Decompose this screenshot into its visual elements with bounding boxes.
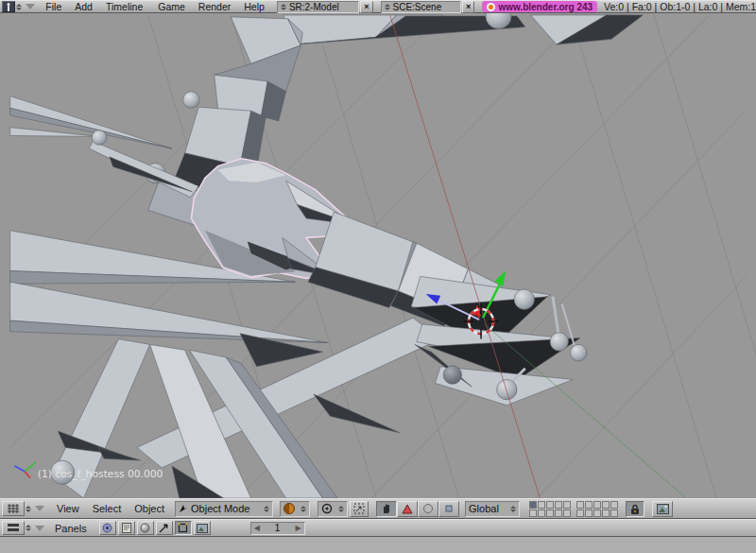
shading-icon: [140, 523, 150, 533]
scene-selector[interactable]: SCE:Scene: [381, 1, 461, 13]
menu-render[interactable]: Render: [196, 1, 233, 12]
rotate-manipulator-button[interactable]: [418, 501, 438, 517]
manipulator-widget-icon: [353, 503, 365, 514]
menu-file[interactable]: File: [43, 1, 64, 12]
menu-add[interactable]: Add: [72, 1, 95, 12]
blender-app-icon: [5, 3, 12, 11]
context-button-group: [99, 521, 211, 535]
layer-toggle[interactable]: [546, 510, 554, 517]
web-link-label: www.blender.org 243: [498, 2, 593, 12]
object-context-button[interactable]: [156, 521, 173, 535]
mode-selector-stepper[interactable]: [264, 506, 269, 512]
script-icon: [122, 523, 131, 533]
editor-type-button[interactable]: [2, 501, 25, 516]
panels-label[interactable]: Panels: [52, 523, 90, 534]
script-context-button[interactable]: [118, 521, 135, 535]
layer-toggle[interactable]: [593, 501, 601, 509]
hand-tool-button[interactable]: [376, 501, 397, 517]
orientation-selector[interactable]: Global: [465, 501, 520, 517]
menu-game[interactable]: Game: [155, 1, 188, 12]
window-type-stepper[interactable]: [16, 4, 22, 10]
mode-selector-value: Object Mode: [191, 503, 249, 514]
lock-layers-button[interactable]: [626, 501, 644, 517]
image-icon: [657, 504, 669, 514]
layer-toggle[interactable]: [576, 510, 584, 517]
layer-toggle[interactable]: [563, 510, 571, 517]
layer-toggle[interactable]: [546, 501, 554, 509]
layer-toggle[interactable]: [538, 510, 545, 517]
frame-next-icon[interactable]: ▶: [295, 524, 301, 532]
layer-toggle[interactable]: [555, 510, 562, 517]
layer-block-left: [529, 501, 571, 517]
header-collapse-icon[interactable]: [26, 4, 35, 9]
frame-number-field[interactable]: ◀ 1 ▶: [250, 522, 305, 535]
layer-toggle[interactable]: [576, 501, 584, 509]
scene-close-button[interactable]: ×: [462, 1, 474, 13]
shading-context-button[interactable]: [137, 521, 154, 535]
layer-toggle[interactable]: [602, 501, 610, 509]
frame-number-value: 1: [275, 523, 281, 533]
menu-help[interactable]: Help: [241, 1, 267, 12]
lock-icon: [630, 504, 640, 514]
viewport-info-text: (1) cos_f_hostess 00.000: [38, 468, 163, 480]
buttons-window-content: ◀ Weight 1.000 ▶ New Delete UVTex ×: [0, 537, 756, 553]
menu-select[interactable]: Select: [90, 503, 125, 514]
pivot-selector[interactable]: [318, 501, 348, 517]
layer-toggle[interactable]: [585, 501, 593, 509]
blender-window: (1) cos_f_hostess 00.000 File Add Timeli…: [0, 0, 756, 553]
circle-icon: [422, 503, 434, 514]
layer-toggle[interactable]: [529, 501, 537, 509]
layer-toggle[interactable]: [593, 510, 601, 517]
scene-selector-stepper[interactable]: [385, 4, 390, 10]
orientation-stepper[interactable]: [510, 506, 516, 512]
layer-toggle[interactable]: [563, 501, 571, 509]
manipulator-mode-group: [376, 501, 459, 517]
draw-type-stepper[interactable]: [301, 506, 306, 512]
hand-icon: [381, 503, 392, 514]
frame-prev-icon[interactable]: ◀: [254, 524, 260, 532]
layer-toggle[interactable]: [602, 510, 610, 517]
buttons-editor-type-button[interactable]: [2, 521, 25, 535]
buttons-header-collapse-icon[interactable]: [35, 526, 44, 531]
scene-context-button[interactable]: [194, 521, 211, 535]
view3d-header: View Select Object Object Mode: [0, 498, 756, 519]
mode-selector[interactable]: Object Mode: [175, 501, 273, 517]
draw-type-sphere-icon: [284, 503, 295, 514]
menu-view[interactable]: View: [54, 503, 82, 514]
blender-logo-icon: [487, 3, 495, 11]
logic-icon: [102, 523, 112, 533]
scale-manipulator-button[interactable]: [438, 501, 459, 517]
menu-timeline[interactable]: Timeline: [103, 1, 146, 12]
render-preview-button[interactable]: [652, 501, 673, 517]
red-triangle-icon: [402, 504, 413, 514]
menu-object[interactable]: Object: [131, 503, 167, 514]
layer-buttons: [529, 501, 618, 517]
layer-toggle[interactable]: [610, 501, 618, 509]
pivot-stepper[interactable]: [338, 506, 344, 512]
logic-context-button[interactable]: [99, 521, 116, 535]
screen-selector-stepper[interactable]: [281, 4, 286, 10]
pivot-point-icon: [321, 503, 333, 514]
layer-toggle[interactable]: [538, 501, 545, 509]
layer-toggle[interactable]: [610, 510, 618, 517]
layer-toggle[interactable]: [529, 510, 537, 517]
window-type-button[interactable]: [2, 1, 15, 12]
manipulator-toggle-button[interactable]: [350, 501, 369, 517]
translate-manipulator-button[interactable]: [397, 501, 418, 517]
screen-selector[interactable]: SR:2-Model: [277, 1, 359, 13]
layer-toggle[interactable]: [585, 510, 593, 517]
view-header-collapse-icon[interactable]: [35, 506, 44, 511]
draw-type-selector[interactable]: [280, 501, 310, 517]
scene-icon: [197, 524, 208, 533]
orientation-value: Global: [469, 503, 499, 514]
buttons-editor-icon: [8, 524, 19, 532]
editor-type-stepper[interactable]: [26, 506, 31, 512]
scene-stats: Ve:0 | Fa:0 | Ob:1-0 | La:0 | Mem:1: [604, 1, 756, 12]
editing-context-button[interactable]: [175, 521, 192, 535]
editing-icon: [178, 523, 188, 533]
screen-close-button[interactable]: ×: [360, 1, 372, 13]
buttons-editor-stepper[interactable]: [26, 525, 31, 531]
viewport-3d[interactable]: (1) cos_f_hostess 00.000: [0, 13, 756, 498]
layer-toggle[interactable]: [555, 501, 562, 509]
blender-web-button[interactable]: www.blender.org 243: [482, 1, 597, 12]
